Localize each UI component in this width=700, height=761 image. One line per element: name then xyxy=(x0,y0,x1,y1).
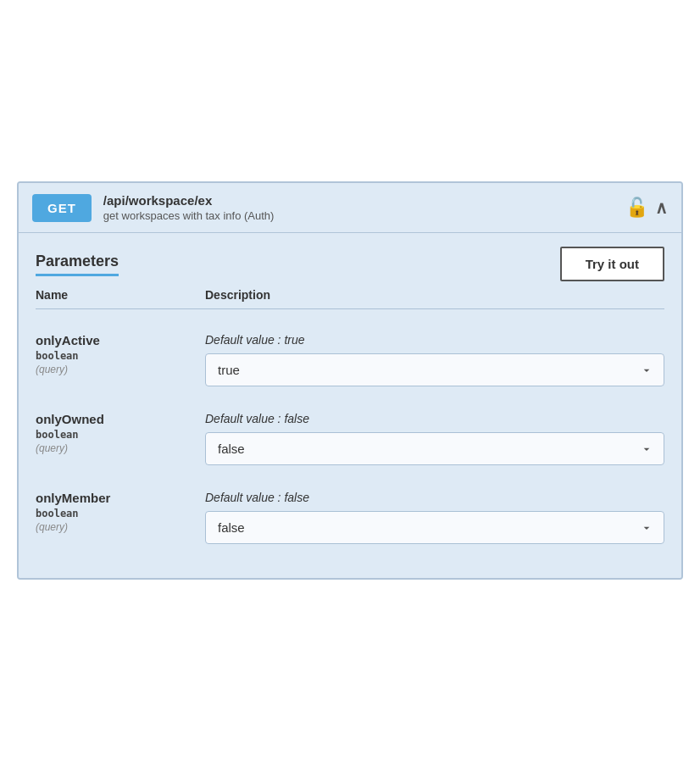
param-select-0[interactable]: truefalse xyxy=(205,353,664,386)
param-name-0: onlyActive xyxy=(36,333,205,347)
method-badge: GET xyxy=(32,194,92,222)
chevron-up-icon[interactable]: ∧ xyxy=(655,197,668,218)
param-name-col-1: onlyOwnedboolean(query) xyxy=(36,412,205,454)
params-table-header: Name Description xyxy=(36,281,664,309)
param-desc-col-0: Default value : truetruefalse xyxy=(205,333,664,386)
param-name-col-2: onlyMemberboolean(query) xyxy=(36,491,205,533)
param-type-1: boolean xyxy=(36,429,205,441)
parameters-header: Parameters Try it out xyxy=(36,233,664,281)
param-type-0: boolean xyxy=(36,350,205,362)
param-name-2: onlyMember xyxy=(36,491,205,505)
col-desc-header: Description xyxy=(205,288,664,302)
api-path-block: /api/workspace/ex get workspaces with ta… xyxy=(103,193,614,222)
param-default-label-0: Default value : true xyxy=(205,333,664,347)
header-icons: 🔓 ∧ xyxy=(625,197,668,219)
lock-icon[interactable]: 🔓 xyxy=(625,197,648,219)
param-default-label-1: Default value : false xyxy=(205,412,664,425)
param-select-1[interactable]: truefalse xyxy=(205,432,664,465)
api-path: /api/workspace/ex xyxy=(103,193,614,208)
param-desc-col-1: Default value : falsetruefalse xyxy=(205,412,664,465)
col-name-header: Name xyxy=(36,288,205,302)
param-select-2[interactable]: truefalse xyxy=(205,511,664,544)
parameters-title: Parameters xyxy=(36,253,119,276)
param-location-0: (query) xyxy=(36,364,205,375)
param-default-label-2: Default value : false xyxy=(205,491,664,504)
param-row: onlyOwnedboolean(query)Default value : f… xyxy=(36,395,664,474)
param-row: onlyActiveboolean(query)Default value : … xyxy=(36,316,664,395)
param-row: onlyMemberboolean(query)Default value : … xyxy=(36,474,664,553)
param-location-1: (query) xyxy=(36,442,205,454)
parameters-section: Parameters Try it out Name Description o… xyxy=(19,233,681,578)
param-type-2: boolean xyxy=(36,508,205,519)
api-container: GET /api/workspace/ex get workspaces wit… xyxy=(17,181,683,580)
param-name-1: onlyOwned xyxy=(36,412,205,426)
param-rows-container: onlyActiveboolean(query)Default value : … xyxy=(36,316,664,553)
try-it-out-button[interactable]: Try it out xyxy=(560,247,664,281)
param-name-col-0: onlyActiveboolean(query) xyxy=(36,333,205,375)
api-header: GET /api/workspace/ex get workspaces wit… xyxy=(19,183,681,233)
api-description: get workspaces with tax info (Auth) xyxy=(103,209,614,222)
param-location-2: (query) xyxy=(36,521,205,533)
param-desc-col-2: Default value : falsetruefalse xyxy=(205,491,664,544)
